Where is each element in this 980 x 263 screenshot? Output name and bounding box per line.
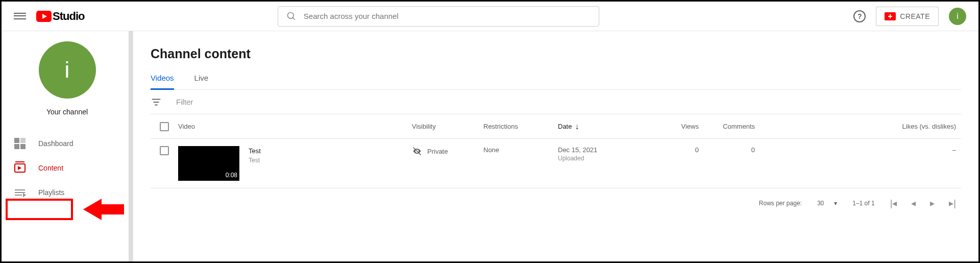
column-comments[interactable]: Comments	[699, 123, 755, 130]
sidebar-item-label: Playlists	[38, 188, 64, 197]
tab-videos[interactable]: Videos	[151, 74, 174, 89]
dashboard-icon	[14, 137, 26, 150]
restrictions-value: None	[483, 146, 558, 154]
date-status: Uploaded	[558, 155, 648, 162]
svg-line-1	[292, 17, 295, 19]
menu-icon[interactable]	[14, 10, 26, 22]
date-value: Dec 15, 2021	[558, 146, 648, 154]
youtube-icon	[36, 11, 52, 22]
chevron-down-icon: ▾	[834, 200, 837, 207]
column-video[interactable]: Video	[178, 123, 412, 130]
svg-point-0	[287, 12, 293, 18]
filter-bar[interactable]: Filter	[151, 90, 961, 114]
views-value: 0	[648, 146, 699, 154]
search-input[interactable]	[304, 12, 591, 20]
likes-value: –	[755, 146, 961, 154]
visibility-value: Private	[427, 148, 448, 155]
video-title: Test	[249, 147, 261, 155]
studio-logo[interactable]: Studio	[36, 10, 84, 23]
filter-label: Filter	[176, 98, 193, 106]
sidebar-item-label: Content	[38, 164, 63, 172]
table-row[interactable]: 0:08 Test Test Private None Dec 15, 2021…	[151, 139, 961, 188]
sort-descending-icon: ↓	[575, 122, 579, 131]
column-restrictions[interactable]: Restrictions	[483, 123, 558, 130]
rows-per-page-label: Rows per page:	[759, 200, 802, 207]
main-content: Channel content Videos Live Filter Video…	[133, 31, 978, 261]
content-icon	[14, 162, 26, 174]
logo-text: Studio	[53, 10, 84, 23]
column-date[interactable]: Date↓	[558, 122, 648, 131]
comments-value: 0	[699, 146, 755, 154]
table-header: Video Visibility Restrictions Date↓ View…	[151, 114, 961, 139]
search-icon	[286, 11, 297, 21]
prev-page-button[interactable]: ◂	[911, 198, 916, 209]
table-footer: Rows per page: 30 ▾ 1–1 of 1 |◂ ◂ ▸ ▸|	[151, 188, 961, 218]
svg-rect-4	[155, 104, 158, 105]
pagination-range: 1–1 of 1	[852, 200, 874, 207]
next-page-button[interactable]: ▸	[930, 198, 935, 209]
tab-live[interactable]: Live	[194, 74, 209, 89]
video-thumbnail[interactable]: 0:08	[178, 146, 239, 181]
column-visibility[interactable]: Visibility	[412, 123, 483, 130]
help-icon[interactable]: ?	[853, 10, 866, 22]
channel-label: Your channel	[2, 108, 133, 116]
svg-rect-3	[154, 102, 159, 103]
select-all-checkbox[interactable]	[160, 122, 169, 131]
sidebar: i Your channel Dashboard Content Playlis…	[2, 31, 133, 261]
channel-avatar[interactable]: i	[39, 41, 96, 99]
page-title: Channel content	[151, 46, 961, 61]
content-tabs: Videos Live	[151, 74, 961, 90]
playlist-icon	[14, 186, 26, 199]
column-likes[interactable]: Likes (vs. dislikes)	[755, 123, 961, 130]
search-box[interactable]	[278, 6, 599, 27]
create-label: CREATE	[900, 12, 930, 20]
app-header: Studio ? CREATE i	[2, 2, 978, 31]
scrollbar[interactable]	[129, 31, 133, 261]
video-duration: 0:08	[226, 172, 237, 179]
visibility-private-icon	[412, 146, 422, 156]
sidebar-item-playlists[interactable]: Playlists	[2, 180, 133, 205]
row-checkbox[interactable]	[160, 146, 169, 155]
svg-rect-2	[152, 99, 161, 100]
last-page-button[interactable]: ▸|	[949, 198, 956, 209]
create-video-icon	[885, 12, 896, 20]
column-views[interactable]: Views	[648, 123, 699, 130]
filter-icon	[151, 97, 162, 108]
first-page-button[interactable]: |◂	[890, 198, 897, 209]
rows-per-page-select[interactable]: 30 ▾	[817, 200, 837, 207]
create-button[interactable]: CREATE	[876, 7, 939, 26]
sidebar-item-label: Dashboard	[38, 139, 74, 148]
video-description: Test	[249, 157, 261, 164]
sidebar-item-content[interactable]: Content	[2, 156, 133, 180]
account-avatar[interactable]: i	[949, 8, 966, 25]
sidebar-item-dashboard[interactable]: Dashboard	[2, 131, 133, 156]
